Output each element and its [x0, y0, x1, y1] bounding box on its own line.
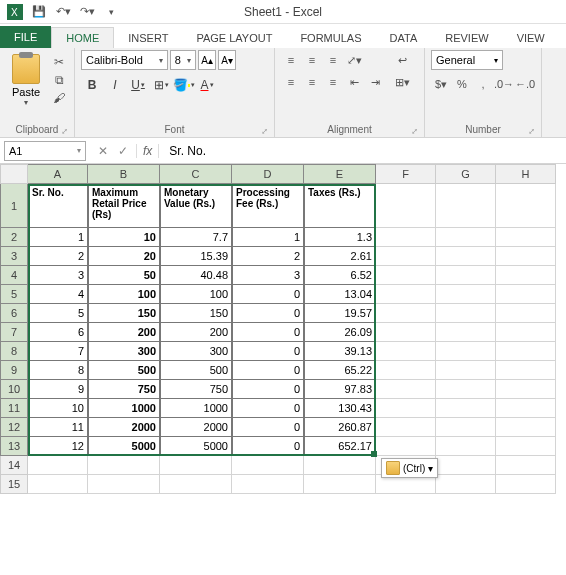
empty-cell[interactable] — [436, 342, 496, 361]
empty-cell[interactable] — [496, 266, 556, 285]
table-cell[interactable]: 0 — [232, 342, 304, 361]
table-cell[interactable]: 1.3 — [304, 228, 376, 247]
table-cell[interactable]: 6.52 — [304, 266, 376, 285]
table-cell[interactable]: 2.61 — [304, 247, 376, 266]
select-all-corner[interactable] — [0, 164, 28, 184]
empty-cell[interactable] — [376, 399, 436, 418]
table-cell[interactable]: 13.04 — [304, 285, 376, 304]
grow-font-button[interactable]: A▴ — [198, 50, 216, 70]
empty-cell[interactable] — [436, 456, 496, 475]
table-cell[interactable]: 0 — [232, 380, 304, 399]
table-cell[interactable]: 65.22 — [304, 361, 376, 380]
table-cell[interactable]: 11 — [28, 418, 88, 437]
empty-cell[interactable] — [376, 418, 436, 437]
row-header-10[interactable]: 10 — [0, 380, 28, 399]
tab-page-layout[interactable]: PAGE LAYOUT — [182, 28, 286, 48]
empty-cell[interactable] — [496, 418, 556, 437]
shrink-font-button[interactable]: A▾ — [218, 50, 236, 70]
table-cell[interactable]: 9 — [28, 380, 88, 399]
percent-button[interactable]: % — [452, 74, 472, 94]
table-cell[interactable]: 0 — [232, 304, 304, 323]
align-center-button[interactable]: ≡ — [302, 72, 322, 92]
empty-cell[interactable] — [376, 437, 436, 456]
table-header-cell[interactable]: Sr. No. — [28, 184, 88, 228]
table-cell[interactable]: 5 — [28, 304, 88, 323]
dec-decimal-button[interactable]: ←.0 — [515, 74, 535, 94]
tab-insert[interactable]: INSERT — [114, 28, 182, 48]
column-header-G[interactable]: G — [436, 164, 496, 184]
table-cell[interactable]: 0 — [232, 361, 304, 380]
save-icon[interactable]: 💾 — [28, 1, 50, 23]
row-header-15[interactable]: 15 — [0, 475, 28, 494]
table-cell[interactable]: 5000 — [88, 437, 160, 456]
spreadsheet-grid[interactable]: ABCDEFGH1Sr. No.Maximum Retail Price (Rs… — [0, 164, 566, 575]
table-cell[interactable]: 260.87 — [304, 418, 376, 437]
table-cell[interactable]: 130.43 — [304, 399, 376, 418]
table-cell[interactable]: 10 — [88, 228, 160, 247]
row-header-9[interactable]: 9 — [0, 361, 28, 380]
empty-cell[interactable] — [496, 247, 556, 266]
empty-cell[interactable] — [496, 323, 556, 342]
cancel-icon[interactable]: ✕ — [94, 144, 112, 158]
tab-home[interactable]: HOME — [51, 27, 114, 48]
empty-cell[interactable] — [436, 285, 496, 304]
orientation-button[interactable]: ⤢▾ — [344, 50, 364, 70]
row-header-8[interactable]: 8 — [0, 342, 28, 361]
tab-review[interactable]: REVIEW — [431, 28, 502, 48]
indent-dec-button[interactable]: ⇤ — [344, 72, 364, 92]
font-size-select[interactable]: 8▾ — [170, 50, 196, 70]
row-header-3[interactable]: 3 — [0, 247, 28, 266]
table-cell[interactable]: 15.39 — [160, 247, 232, 266]
tab-data[interactable]: DATA — [376, 28, 432, 48]
table-cell[interactable]: 97.83 — [304, 380, 376, 399]
align-bottom-button[interactable]: ≡ — [323, 50, 343, 70]
empty-cell[interactable] — [496, 304, 556, 323]
row-header-4[interactable]: 4 — [0, 266, 28, 285]
row-header-2[interactable]: 2 — [0, 228, 28, 247]
table-cell[interactable]: 300 — [88, 342, 160, 361]
empty-cell[interactable] — [436, 228, 496, 247]
column-header-F[interactable]: F — [376, 164, 436, 184]
empty-cell[interactable] — [376, 266, 436, 285]
table-cell[interactable]: 200 — [88, 323, 160, 342]
empty-cell[interactable] — [232, 475, 304, 494]
tab-view[interactable]: VIEW — [503, 28, 559, 48]
enter-icon[interactable]: ✓ — [114, 144, 132, 158]
row-header-13[interactable]: 13 — [0, 437, 28, 456]
align-middle-button[interactable]: ≡ — [302, 50, 322, 70]
tab-formulas[interactable]: FORMULAS — [286, 28, 375, 48]
table-cell[interactable]: 7 — [28, 342, 88, 361]
table-cell[interactable]: 10 — [28, 399, 88, 418]
empty-cell[interactable] — [436, 437, 496, 456]
empty-cell[interactable] — [496, 184, 556, 228]
table-header-cell[interactable]: Monetary Value (Rs.) — [160, 184, 232, 228]
table-cell[interactable]: 3 — [28, 266, 88, 285]
table-cell[interactable]: 26.09 — [304, 323, 376, 342]
table-cell[interactable]: 2000 — [88, 418, 160, 437]
table-cell[interactable]: 1 — [232, 228, 304, 247]
table-cell[interactable]: 100 — [160, 285, 232, 304]
empty-cell[interactable] — [88, 456, 160, 475]
row-header-1[interactable]: 1 — [0, 184, 28, 228]
empty-cell[interactable] — [376, 342, 436, 361]
empty-cell[interactable] — [376, 247, 436, 266]
table-cell[interactable]: 2 — [28, 247, 88, 266]
align-top-button[interactable]: ≡ — [281, 50, 301, 70]
row-header-7[interactable]: 7 — [0, 323, 28, 342]
table-header-cell[interactable]: Taxes (Rs.) — [304, 184, 376, 228]
table-cell[interactable]: 20 — [88, 247, 160, 266]
row-header-5[interactable]: 5 — [0, 285, 28, 304]
empty-cell[interactable] — [376, 285, 436, 304]
table-cell[interactable]: 0 — [232, 437, 304, 456]
table-cell[interactable]: 12 — [28, 437, 88, 456]
table-cell[interactable]: 750 — [160, 380, 232, 399]
format-painter-icon[interactable]: 🖌 — [50, 90, 68, 106]
currency-button[interactable]: $▾ — [431, 74, 451, 94]
table-cell[interactable]: 4 — [28, 285, 88, 304]
formula-value[interactable]: Sr. No. — [159, 144, 206, 158]
row-header-11[interactable]: 11 — [0, 399, 28, 418]
indent-inc-button[interactable]: ⇥ — [365, 72, 385, 92]
table-cell[interactable]: 5000 — [160, 437, 232, 456]
table-cell[interactable]: 7.7 — [160, 228, 232, 247]
inc-decimal-button[interactable]: .0→ — [494, 74, 514, 94]
